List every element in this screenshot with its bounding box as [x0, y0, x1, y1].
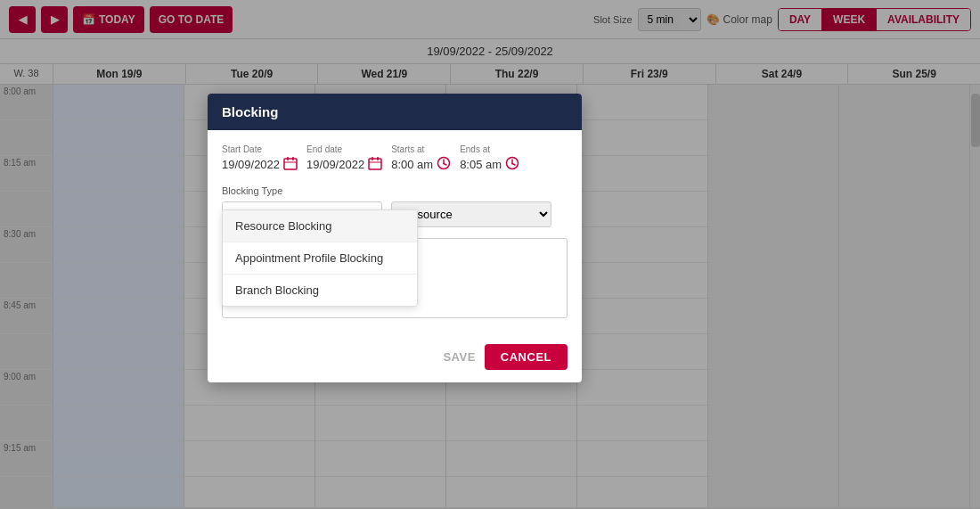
end-date-input-group: 19/09/2022 [306, 156, 382, 173]
ends-at-input-group: 8:05 am [460, 156, 519, 173]
start-date-calendar-icon[interactable] [283, 156, 298, 173]
svg-rect-4 [369, 159, 381, 169]
starts-at-input-group: 8:00 am [391, 156, 451, 173]
dropdown-item-appointment[interactable]: Appointment Profile Blocking [223, 242, 417, 275]
starts-at-value: 8:00 am [391, 158, 433, 171]
starts-at-label: Starts at [391, 144, 451, 154]
dropdown-item-branch[interactable]: Branch Blocking [223, 275, 417, 306]
save-button[interactable]: SAVE [443, 350, 475, 364]
dropdown-item-resource[interactable]: Resource Blocking [223, 210, 417, 242]
svg-rect-0 [284, 159, 297, 169]
start-date-field: Start Date 19/09/2022 [222, 144, 298, 173]
end-date-value: 19/09/2022 [306, 158, 364, 171]
svg-line-13 [512, 164, 515, 166]
svg-line-10 [444, 164, 446, 166]
starts-at-clock-icon[interactable] [437, 156, 451, 173]
cancel-button[interactable]: CANCEL [485, 344, 568, 370]
ends-at-label: Ends at [460, 144, 519, 154]
modal-title: Blocking [208, 94, 582, 130]
blocking-type-label: Blocking Type [222, 185, 568, 196]
start-date-value: 19/09/2022 [222, 158, 280, 171]
start-date-label: Start Date [222, 144, 298, 154]
ends-at-field: Ends at 8:05 am [460, 144, 519, 173]
end-date-calendar-icon[interactable] [368, 156, 382, 173]
ends-at-clock-icon[interactable] [505, 156, 519, 173]
end-date-label: End date [306, 144, 382, 154]
end-date-field: End date 19/09/2022 [306, 144, 382, 173]
modal-footer: SAVE CANCEL [208, 335, 582, 382]
starts-at-field: Starts at 8:00 am [391, 144, 451, 173]
blocking-modal: Blocking Start Date 19/09/2022 End date … [208, 94, 582, 382]
date-time-row: Start Date 19/09/2022 End date 19/09/202… [222, 144, 568, 173]
start-date-input-group: 19/09/2022 [222, 156, 298, 173]
ends-at-value: 8:05 am [460, 158, 502, 171]
blocking-type-dropdown-menu: Resource Blocking Appointment Profile Bl… [222, 209, 418, 307]
